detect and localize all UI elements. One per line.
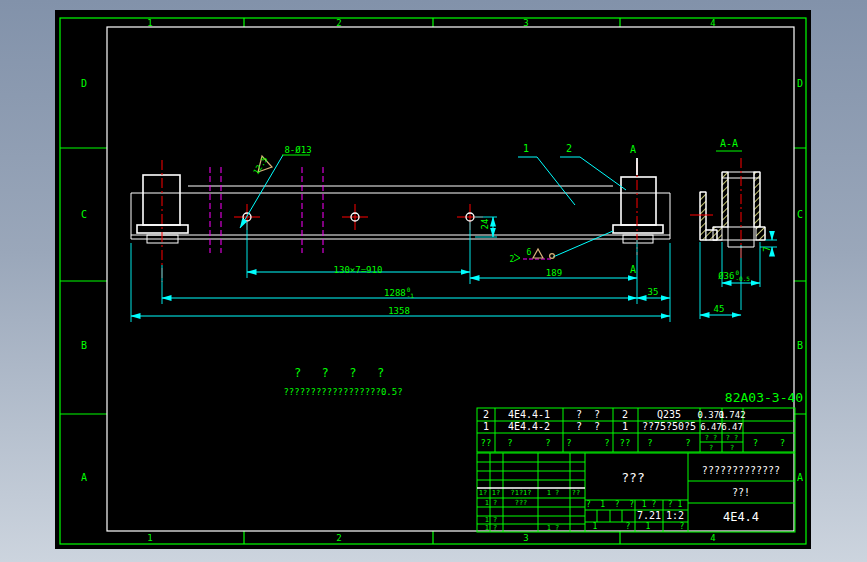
parts-row-code: 4E4.4-1 xyxy=(508,410,550,420)
centerlines xyxy=(162,160,637,282)
zone-row-b-left: B xyxy=(81,341,87,351)
parts-row-total-weight: 0.742 xyxy=(718,411,745,420)
rev-row-cell: 1 ? xyxy=(485,517,498,524)
parts-row-code: 4E4.4-2 xyxy=(508,422,550,432)
section-centerlines xyxy=(690,158,741,258)
parts-row-no: 1 xyxy=(483,422,489,432)
balloon-2: 2 xyxy=(566,144,572,154)
section-mark-top: A xyxy=(630,145,636,155)
zone-col-2-bottom: 2 xyxy=(336,534,341,543)
weight-value: 7.21 xyxy=(637,511,661,521)
title-block-drawing-name: ??? xyxy=(621,471,644,484)
zone-col-1-bottom: 1 xyxy=(147,534,152,543)
parts-header-w1: ? ? xyxy=(705,435,718,442)
dim-offset-189: 189 xyxy=(546,269,562,278)
balloon-1: 1 xyxy=(523,144,529,154)
rev-header-cell: ?? xyxy=(572,490,580,497)
parts-header-w2: ? ? xyxy=(726,435,739,442)
weight-label: 1 ? xyxy=(642,501,656,509)
zone-row-c-left: C xyxy=(81,210,87,220)
tech-req-line: ??????????????????0.5? xyxy=(283,388,402,397)
rev-header-cell: 1? xyxy=(492,490,500,497)
zone-row-d-left: D xyxy=(81,79,87,89)
weld-fillet-icon xyxy=(533,249,543,258)
sheet-cell: 1 xyxy=(646,523,651,531)
rev-row-cell: ??? xyxy=(515,500,528,507)
zone-col-2-top: 2 xyxy=(336,19,341,28)
dim-hole-edge-24: 24 xyxy=(481,219,490,230)
zone-col-3-top: 3 xyxy=(523,19,528,28)
desktop-background: 1 2 3 4 1 2 3 4 D C B A D C B A 8-Ø13 12… xyxy=(0,0,867,562)
parts-header-code: ? ? xyxy=(507,439,550,448)
dim-section-45: 45 xyxy=(714,305,725,314)
rev-row-cell: 1 ? xyxy=(485,500,498,507)
drawing-number: 4E4.4 xyxy=(723,511,759,523)
section-mark-bottom: A xyxy=(630,265,636,275)
cad-viewport[interactable]: 1 2 3 4 1 2 3 4 D C B A D C B A 8-Ø13 12… xyxy=(55,10,811,549)
dim-bore-36: Ø360-0.5 xyxy=(718,270,750,283)
parts-row-name: ? ? xyxy=(576,422,600,432)
bolt-holes xyxy=(243,213,474,221)
rev-header-cell: ?1?1? xyxy=(510,490,531,497)
parts-header-remark: ? ? xyxy=(753,439,786,448)
weld-leader-dot xyxy=(550,254,555,259)
sheet-zone-frame xyxy=(60,18,806,544)
hidden-lines xyxy=(210,167,553,259)
weld-arrow-icon xyxy=(514,254,520,261)
zone-row-b-right: B xyxy=(797,341,803,351)
zone-row-d-right: D xyxy=(797,79,803,89)
extension-lines xyxy=(131,217,777,322)
scale-label: ? 1 xyxy=(668,501,682,509)
section-view xyxy=(700,172,765,247)
parts-header-w1b: ? xyxy=(709,445,713,452)
zone-col-4-top: 4 xyxy=(710,19,715,28)
parts-header-name: ? ? xyxy=(566,439,609,448)
parts-header-no: ?? xyxy=(481,439,492,448)
section-view-title: A-A xyxy=(720,139,738,149)
green-marks xyxy=(282,151,742,261)
beam-outline xyxy=(131,186,670,239)
product-name: ??! xyxy=(732,488,750,498)
dim-length-1358: 1358 xyxy=(388,307,410,316)
weld-count: 2 xyxy=(510,256,515,264)
leader-lines xyxy=(240,155,626,257)
holes-callout: 8-Ø13 xyxy=(284,146,311,155)
sheet-cell: ? xyxy=(626,523,631,531)
sheet-cell: 1 xyxy=(593,523,598,531)
stage-cells: ? 1 ? ? xyxy=(586,501,634,509)
parts-row-qty: 2 xyxy=(622,410,628,420)
rev-header-cell: 1 ? xyxy=(547,490,560,497)
parts-row-material: ??75?50?5 xyxy=(642,422,696,432)
rev-header-cell: 1? xyxy=(479,490,487,497)
end-blocks xyxy=(137,175,663,243)
parts-row-material: Q235 xyxy=(657,410,681,420)
dim-hole-pitch: 130×7=910 xyxy=(334,266,383,275)
zone-col-3-bottom: 3 xyxy=(523,534,528,543)
doc-number: 82A03-3-40 xyxy=(725,391,803,404)
weld-size: 6 xyxy=(527,249,532,257)
zone-row-a-right: A xyxy=(797,473,803,483)
parts-header-qty: ?? xyxy=(620,439,631,448)
zone-col-1-top: 1 xyxy=(147,19,152,28)
rev-row-cell: 1 ? xyxy=(485,525,498,532)
company-name: ????????????? xyxy=(702,466,780,476)
parts-header-w2b: ? xyxy=(730,445,734,452)
zone-col-4-bottom: 4 xyxy=(710,534,715,543)
dim-length-1288: 12880-1 xyxy=(384,287,414,300)
scale-value: 1:2 xyxy=(666,511,684,521)
drawing-border xyxy=(107,27,794,531)
dim-protrusion-7: 7 xyxy=(763,246,772,251)
parts-row-total-weight: 6.47 xyxy=(721,423,743,432)
parts-row-no: 2 xyxy=(483,410,489,420)
sheet-cell: ? xyxy=(680,523,685,531)
rev-row-cell: 1 ? xyxy=(547,525,560,532)
parts-header-material: ? ? xyxy=(647,439,690,448)
parts-row-name: ? ? xyxy=(576,410,600,420)
dim-end-35: 35 xyxy=(648,288,659,297)
parts-row-unit-weight: 6.47 xyxy=(700,423,722,432)
zone-row-c-right: C xyxy=(797,210,803,220)
dimension-lines xyxy=(131,217,772,316)
tech-req-title: ? ? ? ? xyxy=(294,367,386,379)
parts-row-qty: 1 xyxy=(622,422,628,432)
zone-row-a-left: A xyxy=(81,473,87,483)
